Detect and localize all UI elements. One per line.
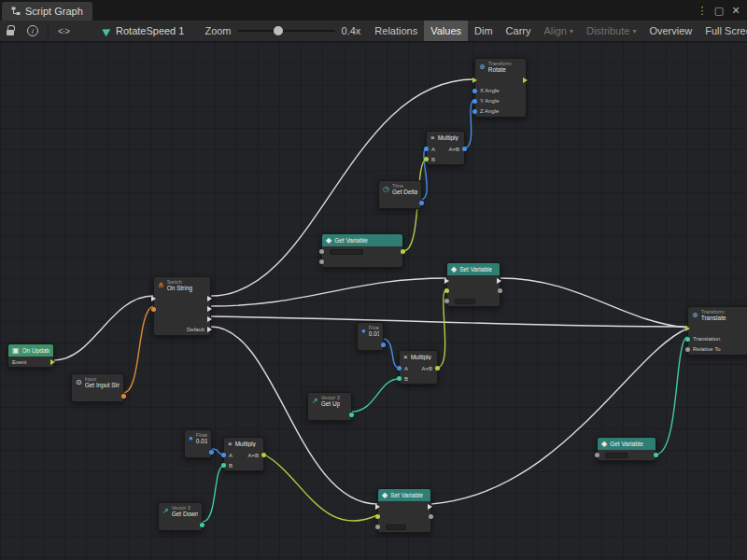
variable-name-field[interactable] xyxy=(386,525,406,530)
insert-unit-button[interactable]: <·> xyxy=(51,21,76,41)
value-port[interactable] xyxy=(685,337,690,342)
toolbar-button-label: Dim xyxy=(474,25,493,36)
variable-name-field[interactable] xyxy=(605,453,627,458)
node-on-update[interactable]: ▣On UpdateEvent xyxy=(7,343,54,368)
variable-name-field[interactable] xyxy=(330,249,363,255)
value-port[interactable] xyxy=(429,514,433,519)
toolbar-button-values[interactable]: Values xyxy=(424,21,468,41)
node-set-variable-bottom[interactable]: ◆Set Variable xyxy=(377,488,431,533)
control-port[interactable] xyxy=(375,504,380,510)
info-button[interactable]: i xyxy=(21,21,45,41)
toolbar-button-carry[interactable]: Carry xyxy=(500,21,538,41)
value-port[interactable] xyxy=(424,147,429,151)
toolbar-button-label: Distribute xyxy=(586,25,629,36)
control-port[interactable] xyxy=(207,316,212,322)
node-multiply-bottom[interactable]: ×MultiplyAA×BB xyxy=(223,437,264,471)
node-port-row xyxy=(154,294,210,304)
node-vector3-get-down[interactable]: ↗Vector 3Get Down xyxy=(158,502,203,531)
value-port[interactable] xyxy=(472,99,477,104)
toolbar-button-label: Relations xyxy=(374,25,417,36)
value-port[interactable] xyxy=(349,413,354,417)
value-port[interactable] xyxy=(401,249,405,254)
clock-icon: ◷ xyxy=(383,186,389,193)
zoom-slider[interactable] xyxy=(238,25,335,36)
node-translate[interactable]: ⊕TransformTranslateTranslationRelative T… xyxy=(687,306,747,356)
value-port[interactable] xyxy=(375,525,380,529)
control-port[interactable] xyxy=(685,326,690,331)
value-port[interactable] xyxy=(444,288,449,293)
value-port[interactable] xyxy=(472,109,477,114)
node-multiply-mid[interactable]: ×MultiplyAA×BB xyxy=(399,350,438,385)
graph-canvas[interactable]: ⊕TransformRotateX AngleY AngleZ Angle×Mu… xyxy=(0,42,747,560)
variable-name-field[interactable] xyxy=(455,299,475,304)
node-get-input-string[interactable]: ⊙InputGet Input Strin xyxy=(71,373,124,402)
value-port[interactable] xyxy=(419,201,424,205)
node-title: Rotate xyxy=(488,66,512,73)
close-icon[interactable]: ✕ xyxy=(727,0,744,21)
menu-icon[interactable]: ⋮ xyxy=(694,0,711,21)
value-port[interactable] xyxy=(221,453,226,457)
control-port[interactable] xyxy=(523,77,528,83)
control-port[interactable] xyxy=(207,296,212,301)
value-port[interactable] xyxy=(200,523,204,527)
control-port[interactable] xyxy=(472,77,477,83)
value-port[interactable] xyxy=(375,514,380,519)
value-port[interactable] xyxy=(595,453,599,457)
node-switch[interactable]: ⋔SwitchOn StringDefault xyxy=(153,276,211,336)
node-vector3-get-up[interactable]: ↗Vector 3Get Up xyxy=(307,392,352,421)
value-port[interactable] xyxy=(472,89,477,93)
value-port[interactable] xyxy=(462,147,467,151)
port-label: B xyxy=(229,463,233,469)
zoom-label: Zoom xyxy=(204,25,231,36)
value-port[interactable] xyxy=(221,463,226,468)
float-icon: ● xyxy=(189,435,193,442)
toolbar-button-relations[interactable]: Relations xyxy=(368,21,424,41)
zoom-thumb[interactable] xyxy=(274,26,283,35)
value-port[interactable] xyxy=(151,307,156,312)
value-port[interactable] xyxy=(319,259,324,264)
node-get-variable-top[interactable]: ◆Get Variable xyxy=(321,233,403,268)
value-port[interactable] xyxy=(381,343,386,347)
control-port[interactable] xyxy=(444,278,449,284)
multiply-icon: × xyxy=(403,354,408,361)
graph-breadcrumb[interactable]: RotateSpeed 1 xyxy=(96,25,191,36)
control-port[interactable] xyxy=(151,296,156,301)
node-float-bottom[interactable]: ●Float0.01 xyxy=(184,429,212,458)
toolbar-button-overview[interactable]: Overview xyxy=(642,21,698,41)
vector3-icon: ↗ xyxy=(312,398,318,405)
value-port[interactable] xyxy=(685,347,690,352)
control-port[interactable] xyxy=(50,359,55,365)
value-port[interactable] xyxy=(397,376,402,381)
node-get-delta-time[interactable]: ◷TimeGet Delta Time xyxy=(378,180,422,209)
maximize-icon[interactable]: ▢ xyxy=(711,0,727,21)
node-get-variable-bottom[interactable]: ◆Get Variable xyxy=(597,437,656,461)
float-icon: ● xyxy=(361,328,366,335)
value-port[interactable] xyxy=(261,453,266,457)
value-port[interactable] xyxy=(424,157,429,161)
value-port[interactable] xyxy=(498,288,502,293)
value-port[interactable] xyxy=(209,450,214,455)
lock-button[interactable] xyxy=(0,21,21,41)
value-port[interactable] xyxy=(654,453,658,457)
node-port-row xyxy=(72,391,123,401)
node-title: Get Variable xyxy=(610,441,643,447)
tab-script-graph[interactable]: Script Graph xyxy=(2,2,92,21)
value-port[interactable] xyxy=(397,366,402,371)
value-port[interactable] xyxy=(444,299,449,303)
toolbar-button-dim[interactable]: Dim xyxy=(468,21,500,41)
control-port[interactable] xyxy=(497,278,501,284)
node-float-mid[interactable]: ●Float0.01 xyxy=(357,322,384,351)
node-port-row xyxy=(358,340,383,350)
value-port[interactable] xyxy=(121,394,126,399)
node-rotate[interactable]: ⊕TransformRotateX AngleY AngleZ Angle xyxy=(474,58,527,118)
node-set-variable-mid[interactable]: ◆Set Variable xyxy=(446,262,500,307)
value-port[interactable] xyxy=(319,249,324,254)
node-port-row xyxy=(322,246,402,257)
control-port[interactable] xyxy=(428,504,432,510)
node-multiply-top[interactable]: ×MultiplyAA×BB xyxy=(426,131,465,165)
node-header: ×Multiply xyxy=(427,132,464,144)
value-port[interactable] xyxy=(435,366,440,371)
control-port[interactable] xyxy=(207,306,212,312)
control-port[interactable] xyxy=(207,327,212,332)
toolbar-button-full-screen[interactable]: Full Screen xyxy=(698,21,747,41)
